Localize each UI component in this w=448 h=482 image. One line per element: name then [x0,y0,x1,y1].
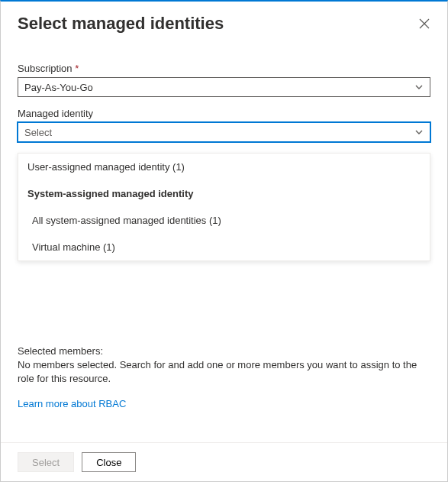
close-icon[interactable] [417,16,432,31]
option-virtual-machine[interactable]: Virtual machine (1) [18,234,430,260]
close-button[interactable]: Close [82,452,136,472]
learn-more-rbac-link[interactable]: Learn more about RBAC [18,398,126,409]
option-group-system-assigned: System-assigned managed identity [18,180,430,207]
chevron-down-icon [414,128,424,137]
managed-identity-placeholder: Select [24,127,52,138]
managed-identity-label: Managed identity [18,108,430,119]
managed-identity-select[interactable]: Select [18,122,430,142]
select-button: Select [18,452,74,472]
subscription-value: Pay-As-You-Go [24,82,93,93]
required-asterisk: * [75,63,79,74]
managed-identity-dropdown: User-assigned managed identity (1) Syste… [18,153,430,261]
subscription-label: Subscription * [18,63,430,74]
chevron-down-icon [414,82,424,92]
selected-members-message: No members selected. Search for and add … [18,358,430,386]
option-user-assigned[interactable]: User-assigned managed identity (1) [18,154,430,180]
subscription-select[interactable]: Pay-As-You-Go [18,77,430,97]
selected-members-label: Selected members: [18,345,430,357]
option-all-system-assigned[interactable]: All system-assigned managed identities (… [18,207,430,234]
panel-title: Select managed identities [18,14,224,34]
